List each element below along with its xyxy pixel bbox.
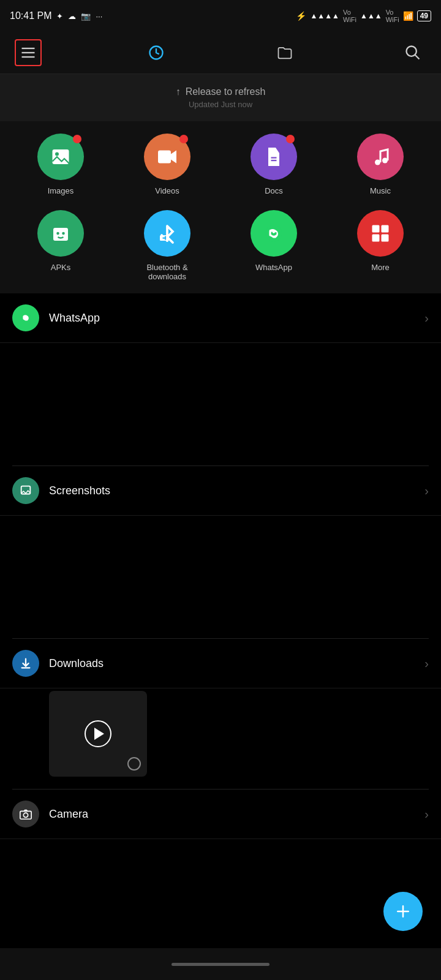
category-videos[interactable]: Videos	[116, 134, 218, 195]
screenshots-section-label: Screenshots	[49, 484, 424, 497]
svg-rect-14	[53, 228, 68, 241]
images-label: Images	[48, 186, 74, 195]
whatsapp-section-icon	[19, 311, 32, 325]
downloads-section-label: Downloads	[49, 657, 424, 670]
svg-rect-20	[382, 225, 389, 233]
apks-icon	[50, 222, 72, 244]
badge-docs	[286, 135, 295, 143]
docs-icon	[263, 146, 285, 168]
category-music[interactable]: Music	[330, 134, 431, 195]
category-docs[interactable]: Docs	[223, 134, 325, 195]
images-icon	[50, 146, 72, 168]
svg-point-13	[382, 158, 388, 164]
camera-chevron: ›	[424, 807, 429, 821]
screenshots-section-icon	[19, 484, 32, 497]
bluetooth-icon	[156, 222, 178, 244]
fab-icon	[394, 902, 412, 921]
more-label: More	[371, 263, 390, 272]
folder-icon	[276, 44, 293, 61]
search-button[interactable]	[399, 39, 426, 66]
circle-indicator	[127, 757, 141, 771]
downloads-thumbnails	[0, 688, 441, 789]
search-icon	[404, 44, 421, 61]
camera-section-label: Camera	[49, 808, 424, 821]
more-icon	[369, 222, 391, 244]
folder-button[interactable]	[271, 39, 298, 66]
category-whatsapp[interactable]: WhatsApp	[223, 210, 325, 281]
category-bluetooth[interactable]: Bluetooth & downloads	[116, 210, 218, 281]
refresh-text: ↑ Release to refresh	[12, 86, 429, 97]
battery-indicator: 49	[417, 10, 431, 21]
svg-marker-9	[171, 151, 176, 164]
svg-point-16	[62, 232, 65, 235]
refresh-subtitle: Updated Just now	[12, 100, 429, 109]
status-bar: 10:41 PM ✦ ☁ 📷 ··· ⚡ ▲▲▲▲ VoWiFi ▲▲▲ VoW…	[0, 0, 441, 32]
bluetooth-label: Bluetooth & downloads	[146, 263, 187, 281]
whatsapp-section-row[interactable]: WhatsApp ›	[0, 293, 441, 343]
clock-icon	[148, 44, 165, 61]
home-indicator[interactable]	[172, 963, 270, 966]
fab-button[interactable]	[383, 892, 423, 931]
badge-videos	[179, 135, 188, 143]
screenshots-section-content	[0, 516, 441, 638]
screenshots-section-row[interactable]: Screenshots ›	[0, 466, 441, 516]
svg-point-4	[406, 47, 416, 56]
play-button[interactable]	[85, 720, 111, 747]
music-icon	[369, 146, 391, 168]
svg-point-27	[23, 813, 28, 817]
videos-icon	[156, 146, 178, 168]
camera-section-icon	[19, 807, 32, 821]
category-grid: Images Videos Docs Music APKs	[0, 121, 441, 293]
svg-point-15	[56, 232, 59, 235]
screenshots-chevron: ›	[424, 484, 429, 498]
section-list: WhatsApp › Screenshots › Downloads ›	[0, 293, 441, 888]
svg-rect-19	[372, 225, 380, 233]
whatsapp-section-content	[0, 343, 441, 466]
video-thumbnail[interactable]	[49, 691, 147, 777]
docs-label: Docs	[265, 186, 283, 195]
svg-rect-21	[372, 235, 380, 242]
downloads-section-row[interactable]: Downloads ›	[0, 639, 441, 688]
history-button[interactable]	[143, 39, 170, 66]
videos-label: Videos	[155, 186, 179, 195]
status-right: ⚡ ▲▲▲▲ VoWiFi ▲▲▲ VoWiFi 📶 49	[296, 9, 431, 23]
menu-button[interactable]	[15, 39, 42, 66]
svg-rect-22	[382, 235, 389, 242]
downloads-section-icon	[19, 657, 32, 670]
whatsapp-section-label: WhatsApp	[49, 312, 424, 325]
bottom-bar	[0, 948, 441, 980]
hamburger-icon	[20, 44, 37, 61]
whatsapp-icon	[263, 222, 285, 244]
refresh-area: ↑ Release to refresh Updated Just now	[0, 74, 441, 121]
downloads-chevron: ›	[424, 657, 429, 671]
whatsapp-chevron: ›	[424, 311, 429, 325]
category-more[interactable]: More	[330, 210, 431, 281]
svg-rect-6	[53, 149, 69, 164]
svg-rect-8	[158, 151, 171, 164]
category-images[interactable]: Images	[10, 134, 111, 195]
status-time: 10:41 PM ✦ ☁ 📷 ···	[10, 10, 102, 21]
badge-images	[73, 135, 81, 143]
category-apks[interactable]: APKs	[10, 210, 111, 281]
camera-section-row[interactable]: Camera ›	[0, 790, 441, 839]
whatsapp-grid-label: WhatsApp	[255, 263, 292, 272]
top-navigation	[0, 32, 441, 74]
svg-line-5	[415, 55, 419, 59]
music-label: Music	[370, 186, 391, 195]
svg-point-7	[55, 153, 59, 156]
apks-label: APKs	[51, 263, 71, 272]
